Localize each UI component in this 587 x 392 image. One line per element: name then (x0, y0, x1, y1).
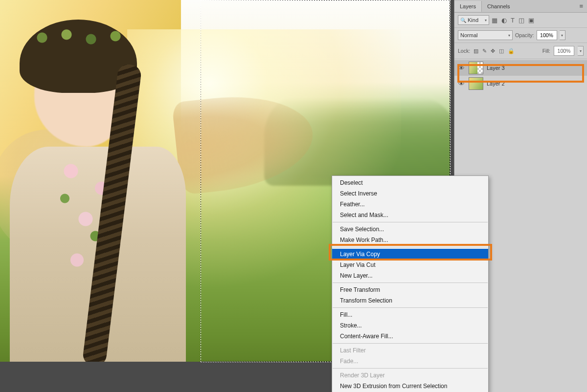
filter-pixel-icon[interactable]: ▦ (492, 17, 497, 24)
layer-thumbnail[interactable] (469, 77, 483, 90)
chevron-down-icon: ▾ (508, 33, 510, 38)
context-menu-item[interactable]: Deselect (332, 177, 488, 188)
tab-layers[interactable]: Layers (454, 1, 482, 12)
layer-item-layer3[interactable]: 👁 Layer 3 (454, 60, 587, 76)
context-menu-item[interactable]: Make Work Path... (332, 235, 488, 245)
context-menu-separator (333, 247, 488, 247)
context-menu-item[interactable]: Stroke... (332, 320, 488, 331)
context-menu: DeselectSelect InverseFeather...Select a… (332, 175, 489, 392)
chevron-down-icon: ▾ (485, 18, 487, 22)
opacity-stepper[interactable]: ▾ (560, 30, 565, 40)
opacity-label: Opacity: (515, 32, 534, 38)
context-menu-item: Fade... (332, 356, 488, 367)
context-menu-item[interactable]: Fill... (332, 309, 488, 320)
context-menu-item[interactable]: Feather... (332, 199, 488, 210)
blend-row: Normal ▾ Opacity: 100% ▾ (454, 28, 587, 43)
subject-figure (0, 20, 205, 362)
search-icon: 🔍 (460, 18, 466, 23)
context-menu-item[interactable]: Content-Aware Fill... (332, 331, 488, 342)
lock-position-icon[interactable]: ✥ (491, 48, 495, 54)
context-menu-item[interactable]: Layer Via Cut (332, 260, 488, 270)
context-menu-item[interactable]: Select Inverse (332, 188, 488, 199)
lock-artboard-icon[interactable]: ◫ (499, 48, 504, 54)
tab-channels[interactable]: Channels (482, 1, 515, 12)
lock-row: Lock: ▨ ✎ ✥ ◫ 🔒 Fill: 100% ▾ (454, 43, 587, 59)
fill-label: Fill: (542, 48, 550, 54)
context-menu-item[interactable]: Free Transform (332, 284, 488, 295)
filter-kind-dropdown[interactable]: 🔍 Kind ▾ (458, 15, 489, 25)
lock-all-icon[interactable]: 🔒 (508, 48, 515, 54)
context-menu-item: Render 3D Layer (332, 370, 488, 381)
context-menu-item[interactable]: Select and Mask... (332, 210, 488, 220)
visibility-toggle-icon[interactable]: 👁 (457, 65, 465, 72)
context-menu-item[interactable]: New 3D Extrusion from Current Selection (332, 381, 488, 392)
lock-icons: ▨ ✎ ✥ ◫ 🔒 (474, 48, 515, 54)
context-menu-item: Last Filter (332, 345, 488, 356)
opacity-field[interactable]: 100% (537, 30, 557, 40)
context-menu-item[interactable]: Save Selection... (332, 224, 488, 235)
app-workspace: Layers Channels ≡ 🔍 Kind ▾ ▦ ◐ T ◫ ▣ Nor… (0, 0, 587, 392)
filter-adjustment-icon[interactable]: ◐ (501, 17, 507, 24)
lock-transparency-icon[interactable]: ▨ (474, 48, 478, 54)
panel-menu-icon[interactable]: ≡ (575, 2, 587, 10)
context-menu-item[interactable]: Layer Via Copy (332, 249, 488, 260)
layer-name: Layer 2 (487, 81, 505, 87)
filter-kind-label: Kind (468, 17, 478, 23)
fill-stepper[interactable]: ▾ (578, 46, 584, 56)
lock-label: Lock: (458, 48, 470, 54)
context-menu-separator (333, 307, 488, 308)
filter-type-icon[interactable]: T (511, 17, 515, 24)
blend-mode-value: Normal (460, 32, 477, 38)
layers-list: 👁 Layer 3 👁 Layer 2 (454, 59, 587, 92)
layer-name: Layer 3 (487, 65, 505, 71)
context-menu-item[interactable]: New Layer... (332, 270, 488, 281)
lock-pixels-icon[interactable]: ✎ (482, 48, 487, 54)
fill-field[interactable]: 100% (554, 46, 574, 56)
context-menu-separator (333, 368, 488, 369)
panel-tabs: Layers Channels ≡ (454, 0, 587, 13)
context-menu-separator (333, 283, 488, 283)
context-menu-item[interactable]: Transform Selection (332, 295, 488, 306)
filter-smart-icon[interactable]: ▣ (528, 17, 534, 24)
filter-shape-icon[interactable]: ◫ (519, 17, 524, 24)
subject-flower-crown (18, 22, 140, 53)
layer-item-layer2[interactable]: 👁 Layer 2 (454, 76, 587, 91)
visibility-toggle-icon[interactable]: 👁 (457, 80, 465, 87)
layer-filter-row: 🔍 Kind ▾ ▦ ◐ T ◫ ▣ (454, 13, 587, 28)
layer-thumbnail[interactable] (469, 62, 483, 74)
context-menu-separator (333, 343, 488, 344)
filter-type-icons: ▦ ◐ T ◫ ▣ (492, 17, 534, 24)
context-menu-separator (333, 222, 488, 222)
blend-mode-dropdown[interactable]: Normal ▾ (458, 30, 513, 40)
